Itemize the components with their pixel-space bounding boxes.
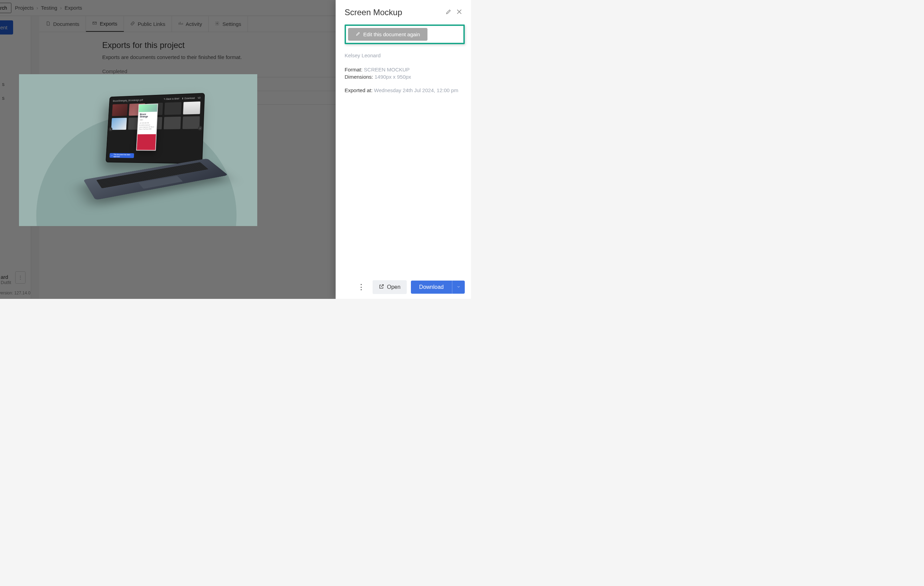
format-label: Format: (345, 67, 363, 72)
open-button[interactable]: Open (373, 280, 407, 294)
dimensions-label: Dimensions: (345, 74, 373, 80)
external-link-icon (379, 284, 384, 291)
download-group: Download (411, 281, 465, 294)
edit-document-again-button[interactable]: Edit this document again (348, 28, 427, 41)
details-panel: Screen Mockup Edit this document again K… (336, 0, 471, 299)
export-author: Kelsey Leonard (345, 53, 465, 58)
open-label: Open (387, 284, 401, 290)
laptop-mockup: BruceStrangely_66.indesign.pdf ✎ Back to… (88, 94, 223, 191)
mockup-top-actions: ✎ Back to Brief ⬇ Download V2 (164, 97, 201, 101)
mockup-card: Bruce Strange CEO +61 123 456 789 bruce@… (136, 104, 158, 151)
mockup-approved-bar: ✓ This document has been approved (109, 153, 134, 158)
download-button[interactable]: Download (411, 281, 452, 294)
dimensions-value: 1490px x 950px (375, 74, 411, 80)
edit-document-label: Edit this document again (363, 31, 420, 37)
edit-document-highlight: Edit this document again (345, 25, 465, 44)
edit-title-button[interactable] (443, 7, 454, 18)
dimensions-line: Dimensions: 1490px x 950px (345, 74, 465, 80)
format-line: Format: SCREEN MOCKUP (345, 67, 465, 72)
chevron-down-icon (457, 285, 460, 290)
more-actions-button[interactable]: ⋮ (354, 281, 368, 293)
more-vertical-icon: ⋮ (357, 283, 365, 291)
export-preview: BruceStrangely_66.indesign.pdf ✎ Back to… (19, 74, 257, 226)
exported-line: Exported at: Wednesday 24th Jul 2024, 12… (345, 87, 465, 93)
exported-label: Exported at: (345, 87, 373, 93)
panel-title: Screen Mockup (345, 8, 443, 17)
close-icon (456, 11, 463, 16)
download-caret-button[interactable] (452, 281, 465, 294)
pencil-icon (446, 11, 452, 16)
exported-value: Wednesday 24th Jul 2024, 12:00 pm (374, 87, 458, 93)
format-value: SCREEN MOCKUP (364, 67, 410, 72)
pencil-icon (356, 31, 360, 37)
mockup-filename: BruceStrangely_66.indesign.pdf (113, 99, 143, 102)
panel-footer: ⋮ Open Download (345, 280, 465, 294)
mockup-prev-icon: ‹ (109, 127, 112, 132)
close-button[interactable] (454, 6, 465, 18)
mockup-next-icon: › (198, 126, 202, 130)
